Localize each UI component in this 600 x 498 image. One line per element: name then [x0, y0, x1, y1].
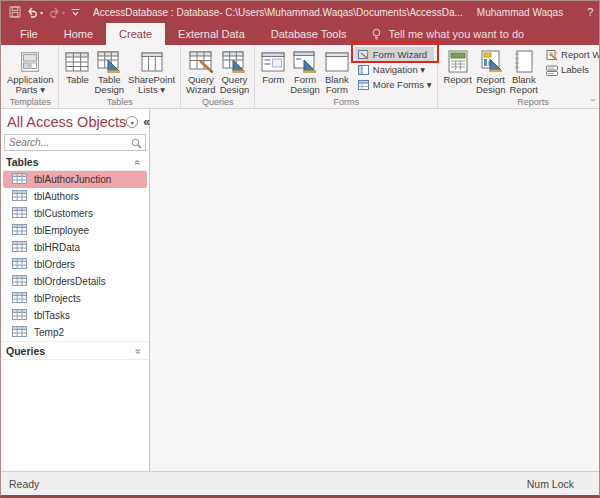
report-design-button[interactable]: Report Design [474, 47, 508, 96]
nav-item-Temp2[interactable]: Temp2 [3, 324, 147, 341]
collapse-ribbon-icon[interactable]: › [591, 94, 594, 105]
undo-dropdown-icon[interactable]: ▾ [40, 9, 43, 16]
report-button[interactable]: Report [441, 47, 474, 86]
labels-button[interactable]: Labels [543, 62, 600, 77]
navigation-label: Navigation ▾ [373, 64, 425, 75]
ribbon-tab-bar: File Home Create External Data Database … [1, 23, 599, 45]
signed-in-user[interactable]: Muhammad Waqas [477, 7, 563, 18]
shutter-bar-close-icon[interactable]: « [143, 115, 150, 129]
nav-item-tblProjects[interactable]: tblProjects [3, 290, 147, 307]
search-icon[interactable] [131, 138, 142, 151]
ribbon-group-tables: Table Table Design SharePoint Lists ▾ [59, 46, 181, 108]
redo-icon[interactable]: ▾ [48, 6, 65, 18]
nav-item-tblCustomers[interactable]: tblCustomers [3, 205, 147, 222]
form-icon [260, 48, 286, 75]
status-text: Ready [9, 478, 39, 490]
group-label-templates: Templates [5, 96, 55, 109]
form-design-icon [292, 48, 318, 75]
tab-home[interactable]: Home [51, 23, 106, 45]
lightbulb-icon [371, 28, 382, 41]
quick-access-toolbar: ▾ ▾ [9, 6, 81, 18]
nav-item-tblAuthorJunction[interactable]: tblAuthorJunction [3, 171, 147, 188]
nav-item-tblOrders[interactable]: tblOrders [3, 256, 147, 273]
form-button[interactable]: Form [258, 47, 288, 86]
tab-external-data[interactable]: External Data [165, 23, 258, 45]
form-design-button[interactable]: Form Design [288, 47, 322, 96]
section-header-queries[interactable]: Queries « [1, 341, 149, 360]
ribbon-group-forms: Form Form Design Blank Form [255, 46, 438, 108]
more-forms-button[interactable]: More Forms ▾ [355, 77, 435, 92]
nav-item-label: tblOrdersDetails [34, 276, 106, 287]
form-wizard-label: Form Wizard [373, 49, 427, 60]
table-object-icon [12, 292, 27, 305]
form-design-label-line2: Design [290, 85, 320, 95]
table-object-icon [12, 190, 27, 203]
nav-item-label: tblAuthorJunction [34, 174, 111, 185]
group-label-forms: Forms [258, 96, 434, 109]
window-controls: – □ × [593, 1, 600, 23]
report-wizard-button[interactable]: Report Wizard [543, 47, 600, 62]
nav-item-tblAuthors[interactable]: tblAuthors [3, 188, 147, 205]
tab-create[interactable]: Create [106, 23, 165, 45]
tell-me-box[interactable]: Tell me what you want to do [371, 23, 524, 45]
collapse-section-icon[interactable]: « [135, 157, 141, 168]
ribbon-create: Application Parts ▾ Templates Table [1, 45, 599, 109]
form-wizard-icon [358, 49, 370, 61]
blank-report-label-line2: Report [510, 85, 539, 95]
application-parts-label-line2: Parts ▾ [15, 85, 45, 95]
form-label: Form [262, 75, 284, 85]
blank-report-button[interactable]: Blank Report [508, 47, 541, 96]
nav-item-tblOrdersDetails[interactable]: tblOrdersDetails [3, 273, 147, 290]
query-wizard-label-line2: Wizard [186, 85, 216, 95]
document-area [150, 109, 599, 471]
navigation-pane-title: All Access Objects [7, 114, 126, 130]
query-design-icon [221, 48, 247, 75]
group-label-tables: Tables [62, 96, 177, 109]
table-button[interactable]: Table [62, 47, 92, 86]
table-icon [64, 48, 90, 75]
sharepoint-lists-button[interactable]: SharePoint Lists ▾ [126, 47, 177, 96]
save-icon[interactable] [9, 6, 21, 18]
table-object-icon [12, 207, 27, 220]
customize-quick-access-icon[interactable] [70, 7, 81, 18]
ribbon-group-templates: Application Parts ▾ Templates [2, 46, 59, 108]
tab-database-tools[interactable]: Database Tools [258, 23, 360, 45]
nav-item-tblTasks[interactable]: tblTasks [3, 307, 147, 324]
navigation-button[interactable]: Navigation ▾ [355, 62, 435, 77]
more-forms-label: More Forms ▾ [373, 79, 432, 90]
redo-dropdown-icon[interactable]: ▾ [62, 9, 65, 16]
blank-form-button[interactable]: Blank Form [322, 47, 352, 96]
num-lock-indicator: Num Lock [527, 478, 574, 490]
nav-item-label: tblOrders [34, 259, 75, 270]
report-design-icon [479, 48, 503, 75]
navigation-menu-icon[interactable]: ▾ [126, 116, 138, 128]
section-header-tables[interactable]: Tables « [1, 153, 149, 171]
report-icon [446, 48, 470, 75]
nav-item-tblEmployee[interactable]: tblEmployee [3, 222, 147, 239]
search-input[interactable] [4, 134, 146, 151]
group-label-queries: Queries [184, 96, 251, 109]
window-title: AccessDatabase : Database- C:\Users\Muha… [93, 7, 463, 18]
tell-me-label: Tell me what you want to do [388, 28, 524, 40]
nav-item-label: tblCustomers [34, 208, 93, 219]
expand-section-icon[interactable]: « [135, 346, 141, 357]
minimize-button[interactable]: – [593, 1, 600, 23]
report-wizard-icon [546, 49, 558, 61]
table-object-icon [12, 241, 27, 254]
query-design-button[interactable]: Query Design [218, 47, 252, 96]
table-object-icon [12, 309, 27, 322]
nav-item-tblHRData[interactable]: tblHRData [3, 239, 147, 256]
form-wizard-button[interactable]: Form Wizard [355, 47, 435, 62]
table-design-icon [96, 48, 122, 75]
table-design-button[interactable]: Table Design [92, 47, 126, 96]
more-forms-icon [358, 79, 370, 91]
query-wizard-button[interactable]: Query Wizard [184, 47, 218, 96]
table-design-label-line2: Design [94, 85, 124, 95]
application-parts-button[interactable]: Application Parts ▾ [5, 47, 55, 96]
undo-icon[interactable]: ▾ [26, 6, 43, 18]
query-wizard-icon [188, 48, 214, 75]
navigation-pane-header: All Access Objects ▾ « [1, 109, 149, 134]
tab-file[interactable]: File [7, 23, 51, 45]
table-label: Table [66, 75, 89, 85]
report-label: Report [443, 75, 472, 85]
